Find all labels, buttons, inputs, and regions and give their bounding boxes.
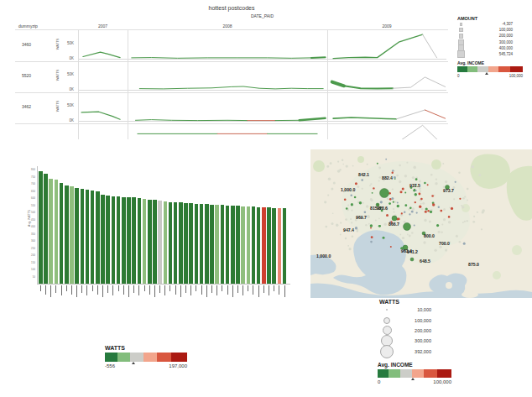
map-mark-dot[interactable] bbox=[463, 243, 466, 245]
bar-40[interactable] bbox=[247, 206, 251, 284]
map-mark-dot[interactable] bbox=[451, 207, 453, 210]
size-legend-item[interactable]: 10,000 bbox=[379, 305, 431, 315]
income-gradient-bar[interactable] bbox=[457, 66, 523, 72]
trend-line-5520-2009[interactable] bbox=[332, 82, 344, 86]
bar-15[interactable] bbox=[117, 196, 121, 284]
map-mark-dot[interactable] bbox=[385, 159, 387, 160]
map-mark-dot[interactable] bbox=[394, 176, 396, 179]
amount-legend-item[interactable]: 400,000 bbox=[457, 45, 513, 51]
map-mark-dot[interactable] bbox=[415, 201, 416, 203]
trend-line-3460-2008[interactable] bbox=[311, 57, 326, 58]
bar-11[interactable] bbox=[96, 191, 100, 285]
map-mark-dot[interactable] bbox=[370, 227, 372, 229]
map-mark-dot[interactable] bbox=[404, 191, 406, 193]
map-mark-dot[interactable] bbox=[420, 198, 423, 201]
map-mark-dot[interactable] bbox=[402, 187, 404, 190]
trend-line-3462-2009[interactable] bbox=[333, 118, 396, 119]
bar-19[interactable] bbox=[138, 198, 142, 284]
map-mark-dot[interactable] bbox=[379, 225, 381, 227]
map-mark-dot[interactable] bbox=[377, 163, 378, 165]
map-mark-dot[interactable] bbox=[424, 182, 426, 185]
map-mark-dot[interactable] bbox=[400, 191, 403, 193]
bar-10[interactable] bbox=[91, 191, 95, 284]
trend-line-partial-2009[interactable] bbox=[393, 125, 445, 139]
map-mark-dot[interactable] bbox=[370, 224, 373, 227]
map-bubble[interactable] bbox=[404, 223, 411, 231]
trend-line-5520-2009[interactable] bbox=[393, 77, 445, 88]
bar-31[interactable] bbox=[200, 204, 204, 284]
map-mark-dot[interactable] bbox=[455, 181, 456, 183]
bar-34[interactable] bbox=[215, 205, 219, 284]
map-mark-dot[interactable] bbox=[411, 211, 414, 213]
map-mark-dot[interactable] bbox=[404, 204, 407, 206]
bar-27[interactable] bbox=[179, 202, 183, 284]
bar-20[interactable] bbox=[143, 199, 147, 284]
map-mark-dot[interactable] bbox=[427, 184, 429, 185]
map-mark-dot[interactable] bbox=[409, 213, 410, 215]
trend-line-5520-2008[interactable] bbox=[139, 86, 323, 89]
bar-43[interactable] bbox=[262, 207, 266, 284]
map-mark-dot[interactable] bbox=[354, 196, 357, 199]
bar-17[interactable] bbox=[127, 197, 131, 284]
bar-21[interactable] bbox=[148, 200, 152, 284]
bar-32[interactable] bbox=[205, 204, 209, 284]
bar-5[interactable] bbox=[65, 185, 69, 284]
bar-29[interactable] bbox=[189, 203, 193, 284]
amount-legend-item[interactable]: 100,000 bbox=[457, 27, 513, 33]
map-mark-dot[interactable] bbox=[361, 179, 363, 181]
map-mark-dot[interactable] bbox=[351, 203, 353, 206]
income-gradient-bar[interactable] bbox=[378, 369, 451, 378]
bar-42[interactable] bbox=[257, 207, 261, 285]
map-mark-dot[interactable] bbox=[380, 201, 383, 203]
trend-line-3460-2009[interactable] bbox=[423, 34, 437, 58]
trend-line-3460-2008[interactable] bbox=[132, 58, 311, 59]
map-mark-dot[interactable] bbox=[370, 241, 373, 243]
map-mark-dot[interactable] bbox=[409, 206, 412, 209]
map-mark-dot[interactable] bbox=[419, 193, 421, 196]
map-mark-dot[interactable] bbox=[440, 210, 442, 212]
map-mark-dot[interactable] bbox=[425, 207, 428, 210]
bar-13[interactable] bbox=[106, 196, 110, 284]
map-mark-dot[interactable] bbox=[355, 227, 357, 229]
map-mark-dot[interactable] bbox=[438, 206, 440, 208]
trend-lines-canvas[interactable] bbox=[78, 30, 446, 139]
map-canvas[interactable]: 842.1882.4937.5973.71,000.0815.6928.6969… bbox=[310, 149, 532, 298]
map-mark-dot[interactable] bbox=[390, 246, 392, 248]
size-legend-item[interactable]: 392,000 bbox=[379, 347, 431, 357]
bar-24[interactable] bbox=[164, 201, 168, 284]
bar-25[interactable] bbox=[169, 202, 173, 284]
map-mark-dot[interactable] bbox=[371, 236, 373, 238]
trend-line-5520-2009[interactable] bbox=[344, 86, 393, 88]
map-mark-dot[interactable] bbox=[351, 195, 352, 196]
trend-line-3460-2009[interactable] bbox=[333, 34, 423, 58]
bar-46[interactable] bbox=[278, 208, 282, 284]
map-mark-dot[interactable] bbox=[414, 224, 415, 226]
bar-44[interactable] bbox=[267, 207, 271, 284]
size-legend-item[interactable]: 200,000 bbox=[379, 326, 431, 336]
amount-legend-item[interactable]: -4,307 bbox=[457, 21, 513, 27]
map-mark-dot[interactable] bbox=[432, 203, 435, 206]
watts-gradient-bar[interactable] bbox=[105, 353, 187, 362]
map-mark-dot[interactable] bbox=[386, 214, 389, 217]
trend-line-3462-2009[interactable] bbox=[425, 110, 445, 118]
map-mark-dot[interactable] bbox=[344, 198, 347, 201]
map-mark-dot[interactable] bbox=[392, 172, 394, 174]
bar-9[interactable] bbox=[86, 190, 90, 284]
map-mark-dot[interactable] bbox=[389, 202, 391, 205]
map-mark-dot[interactable] bbox=[392, 170, 394, 171]
bar-26[interactable] bbox=[174, 202, 178, 284]
bar-45[interactable] bbox=[272, 208, 276, 284]
trend-line-3462-2008[interactable] bbox=[136, 120, 248, 121]
trend-line-3462-2007[interactable] bbox=[81, 112, 120, 119]
bar-1[interactable] bbox=[44, 174, 48, 284]
map-mark-dot[interactable] bbox=[364, 212, 367, 214]
bar-36[interactable] bbox=[226, 206, 230, 285]
bar-16[interactable] bbox=[122, 197, 126, 284]
bar-6[interactable] bbox=[70, 186, 74, 284]
bar-14[interactable] bbox=[112, 196, 116, 284]
map-mark-dot[interactable] bbox=[401, 212, 403, 214]
bar-33[interactable] bbox=[210, 205, 214, 285]
bar-18[interactable] bbox=[132, 197, 136, 284]
trend-line-3460-2007[interactable] bbox=[83, 52, 120, 58]
map-bubble[interactable] bbox=[380, 189, 389, 198]
